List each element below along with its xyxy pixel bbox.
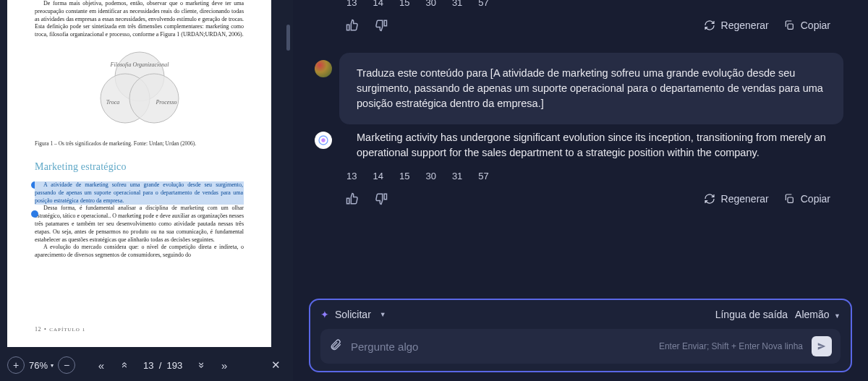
pdf-toolbar: + 76%▾ − « « 13 / 193 « » ✕ <box>0 349 293 381</box>
venn-label-left: Troca <box>106 99 119 106</box>
venn-label-right: Processo <box>155 99 176 106</box>
page-ref[interactable]: 31 <box>452 171 462 181</box>
last-page-button[interactable]: » <box>214 355 234 375</box>
ai-avatar-icon <box>318 134 329 146</box>
page-ref[interactable]: 30 <box>425 0 435 8</box>
output-lang-select[interactable]: Alemão ▼ <box>795 309 841 320</box>
page-ref[interactable]: 15 <box>399 171 409 181</box>
attach-icon[interactable] <box>329 338 342 354</box>
composer: ✦ Solicitar▼ Língua de saída Alemão ▼ En… <box>309 299 852 372</box>
first-page-button[interactable]: « <box>91 355 111 375</box>
thumbs-up-icon[interactable] <box>345 192 359 206</box>
svg-rect-6 <box>788 197 793 202</box>
thumbs-up-icon[interactable] <box>345 18 359 33</box>
page-ref[interactable]: 31 <box>452 0 462 8</box>
svg-point-5 <box>321 138 325 142</box>
selection-handle-end[interactable] <box>31 210 38 218</box>
thumbs-down-icon[interactable] <box>374 18 388 33</box>
sparkle-icon: ✦ <box>320 309 329 320</box>
page-refs: 13 14 15 30 31 57 <box>302 0 859 14</box>
pdf-pane: De forma mais objetiva, podemos, então, … <box>0 0 293 381</box>
conversation: 13 14 15 30 31 57 Regenerar Copiar Tradu… <box>302 0 859 294</box>
chat-pane: 13 14 15 30 31 57 Regenerar Copiar Tradu… <box>293 0 868 381</box>
zoom-level[interactable]: 76%▾ <box>29 360 54 371</box>
close-button[interactable]: ✕ <box>265 355 286 375</box>
thumbs-down-icon[interactable] <box>374 192 388 206</box>
page-ref[interactable]: 15 <box>399 0 409 8</box>
composer-mode-select[interactable]: ✦ Solicitar▼ <box>320 309 386 320</box>
next-page-button[interactable]: « <box>190 355 210 375</box>
doc-paragraph: De forma mais objetiva, podemos, então, … <box>35 0 244 39</box>
regenerate-button[interactable]: Regenerar <box>704 20 769 31</box>
zoom-in-button[interactable]: + <box>7 356 25 374</box>
copy-button[interactable]: Copiar <box>783 20 830 31</box>
page-ref[interactable]: 14 <box>373 0 383 8</box>
pdf-page: De forma mais objetiva, podemos, então, … <box>7 0 271 347</box>
copy-button[interactable]: Copiar <box>783 193 830 205</box>
doc-paragraph: Dessa forma, é fundamental analisar a di… <box>35 205 244 244</box>
figure-caption: Figura 1 – Os três significados de marke… <box>35 140 244 147</box>
venn-label-top: Filosofia Organizacional <box>109 61 169 68</box>
highlighted-text[interactable]: A atividade de marketing sofreu uma gran… <box>35 181 244 205</box>
chat-input[interactable] <box>351 341 650 353</box>
page-ref[interactable]: 13 <box>346 0 357 8</box>
prev-page-button[interactable]: « <box>116 355 136 375</box>
page-ref[interactable]: 57 <box>478 171 488 181</box>
page-ref[interactable]: 13 <box>346 171 357 181</box>
scrollbar-thumb[interactable] <box>286 25 290 51</box>
message-actions: Regenerar Copiar <box>302 187 859 212</box>
page-ref[interactable]: 30 <box>425 171 435 181</box>
page-refs: 13 14 15 30 31 57 <box>302 171 859 187</box>
send-button[interactable] <box>812 336 832 356</box>
page-footer: 12•CAPÍTULO 1 <box>35 326 85 334</box>
doc-paragraph: A evolução do mercado considera que: o n… <box>35 244 244 260</box>
output-lang-label: Língua de saída <box>715 309 788 320</box>
page-ref[interactable]: 57 <box>478 0 488 8</box>
input-hint: Enter Enviar; Shift + Enter Nova linha <box>659 341 803 351</box>
regenerate-button[interactable]: Regenerar <box>704 193 769 205</box>
zoom-out-button[interactable]: − <box>58 356 75 374</box>
venn-diagram: Filosofia Organizacional Troca Processo <box>35 39 244 137</box>
page-indicator[interactable]: 13 / 193 <box>140 360 185 371</box>
page-ref[interactable]: 14 <box>373 171 383 181</box>
ai-message: Marketing activity has undergone signifi… <box>339 130 843 160</box>
svg-point-2 <box>129 74 179 123</box>
svg-rect-3 <box>788 24 793 29</box>
user-message: Traduza este conteúdo para [A atividade … <box>339 53 843 124</box>
section-title: Marketing estratégico <box>35 160 244 174</box>
message-actions: Regenerar Copiar <box>302 14 859 46</box>
